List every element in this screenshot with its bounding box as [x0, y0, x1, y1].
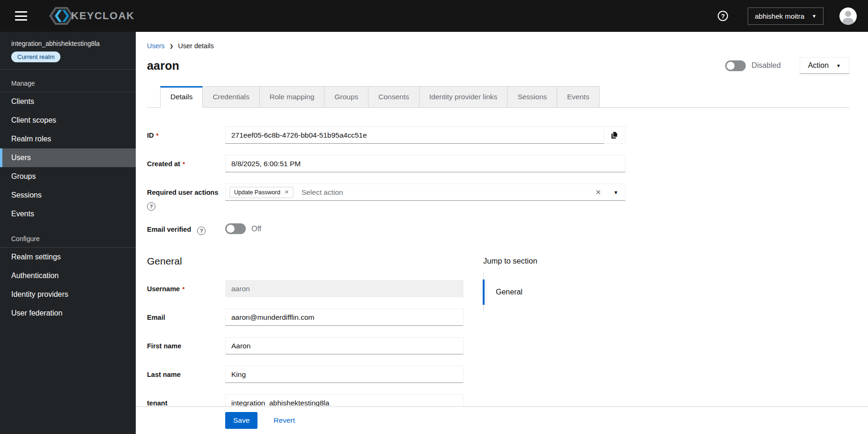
last-name-field-row: Last name: [147, 366, 483, 383]
page-header: aaron Disabled Action ▼: [147, 57, 849, 74]
tab-consents[interactable]: Consents: [368, 86, 419, 108]
id-field-row: ID*: [147, 126, 849, 144]
general-section-heading: General: [147, 256, 483, 267]
action-dropdown-button[interactable]: Action ▼: [800, 57, 849, 74]
realm-selector[interactable]: integration_abhishektesting8la Current r…: [0, 32, 136, 70]
first-name-label: First name: [147, 337, 225, 354]
user-menu-label: abhishek moitra: [755, 12, 804, 20]
nav-group-manage: ManageClientsClient scopesRealm rolesUse…: [0, 71, 136, 226]
save-button[interactable]: Save: [225, 412, 257, 429]
clear-selection-icon[interactable]: ✕: [596, 188, 602, 197]
nav-group-title: Configure: [0, 226, 136, 248]
first-name-field-row: First name: [147, 337, 483, 354]
chip-update-password: Update Password✕: [229, 187, 294, 198]
copy-icon: [611, 131, 618, 139]
created-at-label: Created at*: [147, 155, 225, 172]
question-circle-icon[interactable]: ?: [197, 227, 206, 235]
username-input: [225, 280, 463, 297]
chevron-down-icon: ▼: [836, 63, 841, 68]
avatar[interactable]: [839, 7, 857, 25]
brand-text: KEYCLOAK: [71, 10, 134, 22]
action-dropdown-label: Action: [808, 61, 829, 70]
chevron-down-icon[interactable]: ▼: [613, 190, 618, 195]
email-verified-label: Email verified ?: [147, 222, 225, 234]
last-name-label: Last name: [147, 366, 225, 383]
tab-sessions[interactable]: Sessions: [508, 86, 557, 108]
revert-link[interactable]: Revert: [273, 416, 295, 425]
nav-group-configure: ConfigureRealm settingsAuthenticationIde…: [0, 226, 136, 325]
email-label: Email: [147, 309, 225, 326]
tab-details[interactable]: Details: [160, 86, 203, 108]
required-actions-multiselect[interactable]: Update Password✕ Select action ✕ ▼: [225, 184, 625, 201]
breadcrumb-users-link[interactable]: Users: [147, 42, 165, 50]
required-actions-field-row: Required user actions ? Update Password✕…: [147, 184, 849, 211]
copy-button[interactable]: [604, 126, 625, 144]
required-marker: *: [182, 286, 184, 293]
breadcrumb: Users ❯ User details: [147, 42, 849, 50]
chevron-right-icon: ❯: [169, 44, 173, 49]
help-icon[interactable]: ?: [718, 11, 728, 21]
id-input[interactable]: [225, 126, 604, 144]
username-label: Username*: [147, 280, 225, 297]
tab-events[interactable]: Events: [557, 86, 599, 108]
tab-bar: DetailsCredentialsRole mappingGroupsCons…: [147, 86, 849, 108]
tab-credentials[interactable]: Credentials: [203, 86, 259, 108]
sidebar-nav: ManageClientsClient scopesRealm rolesUse…: [0, 71, 136, 325]
id-label: ID*: [147, 126, 225, 144]
chevron-down-icon: ▼: [812, 14, 817, 19]
sidebar: integration_abhishektesting8la Current r…: [0, 32, 136, 434]
required-actions-label: Required user actions ?: [147, 184, 225, 211]
sidebar-item-clients[interactable]: Clients: [0, 92, 136, 111]
enabled-toggle-label: Disabled: [751, 61, 780, 70]
sidebar-item-sessions[interactable]: Sessions: [0, 186, 136, 205]
tab-role-mapping[interactable]: Role mapping: [260, 86, 325, 108]
first-name-input[interactable]: [225, 337, 463, 354]
jump-item-general[interactable]: General: [483, 280, 537, 305]
user-details-form: ID* C: [147, 126, 849, 423]
chip-label: Update Password: [234, 189, 280, 196]
breadcrumb-current: User details: [178, 42, 214, 50]
main-content: Users ❯ User details aaron Disabled Acti…: [136, 32, 868, 434]
masthead-right: ? abhishek moitra ▼: [718, 7, 857, 25]
sidebar-item-identity-providers[interactable]: Identity providers: [0, 285, 136, 304]
email-verified-state: Off: [251, 225, 261, 233]
hamburger-menu-icon[interactable]: [15, 11, 27, 21]
nav-group-title: Manage: [0, 71, 136, 92]
sidebar-item-user-federation[interactable]: User federation: [0, 304, 136, 323]
user-menu-dropdown[interactable]: abhishek moitra ▼: [748, 7, 824, 25]
jump-to-section-nav: Jump to section General: [483, 256, 537, 423]
created-at-input[interactable]: [225, 155, 625, 172]
current-realm-badge: Current realm: [11, 51, 60, 62]
tab-identity-provider-links[interactable]: Identity provider links: [419, 86, 508, 108]
sidebar-item-groups[interactable]: Groups: [0, 167, 136, 186]
enabled-toggle[interactable]: [725, 60, 746, 71]
email-verified-field-row: Email verified ? Off: [147, 222, 849, 234]
created-at-field-row: Created at*: [147, 155, 849, 172]
required-marker: *: [156, 132, 159, 139]
jump-to-section-title: Jump to section: [483, 257, 537, 265]
username-field-row: Username*: [147, 280, 483, 297]
required-marker: *: [183, 161, 185, 168]
email-input[interactable]: [225, 309, 463, 326]
form-action-footer: Save Revert: [136, 406, 868, 434]
sidebar-item-events[interactable]: Events: [0, 205, 136, 223]
page-title: aaron: [147, 59, 179, 73]
email-field-row: Email: [147, 309, 483, 326]
question-circle-icon[interactable]: ?: [147, 202, 155, 211]
tab-groups[interactable]: Groups: [324, 86, 368, 108]
realm-name: integration_abhishektesting8la: [11, 40, 125, 47]
sidebar-item-realm-settings[interactable]: Realm settings: [0, 248, 136, 266]
last-name-input[interactable]: [225, 366, 463, 383]
sidebar-item-authentication[interactable]: Authentication: [0, 266, 136, 285]
sidebar-item-client-scopes[interactable]: Client scopes: [0, 111, 136, 130]
email-verified-toggle[interactable]: [225, 223, 246, 234]
select-placeholder: Select action: [302, 188, 343, 197]
keycloak-logo: KEYCLOAK: [48, 5, 134, 27]
masthead: KEYCLOAK ? abhishek moitra ▼: [0, 0, 868, 32]
chip-remove-icon[interactable]: ✕: [285, 189, 289, 195]
sidebar-item-users[interactable]: Users: [0, 148, 136, 167]
sidebar-item-realm-roles[interactable]: Realm roles: [0, 130, 136, 148]
